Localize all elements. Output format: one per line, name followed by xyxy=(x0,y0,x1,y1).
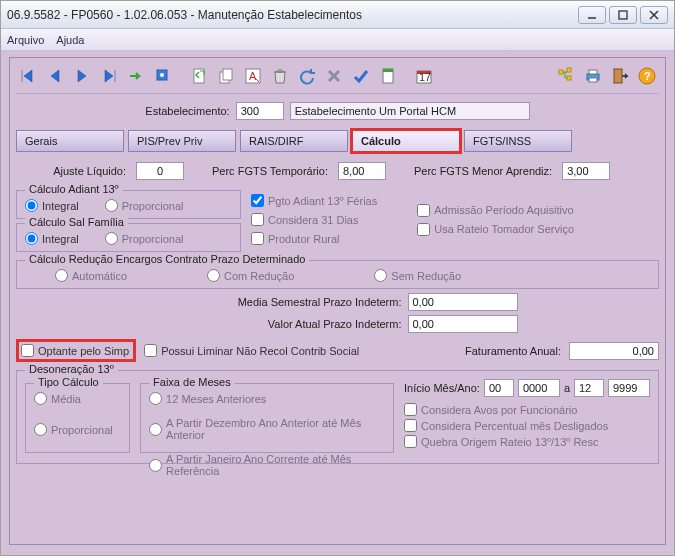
faixa-r2-radio[interactable]: A Partir Dezembro Ano Anterior até Mês A… xyxy=(149,417,385,441)
reducao-sem-radio[interactable]: Sem Redução xyxy=(374,269,461,282)
tab-rais[interactable]: RAIS/DIRF xyxy=(240,130,348,152)
menubar: Arquivo Ajuda xyxy=(1,29,674,51)
svg-rect-17 xyxy=(567,68,571,72)
check-pgto-adiant[interactable]: Pgto Adiant 13º Férias xyxy=(251,194,377,207)
faturamento-label: Faturamento Anual: xyxy=(465,345,561,357)
salfam-prop-radio[interactable]: Proporcional xyxy=(105,232,184,245)
valor-input[interactable] xyxy=(408,315,518,333)
inicio-row: Início Mês/Ano: a xyxy=(404,379,650,397)
media-input[interactable] xyxy=(408,293,518,311)
titlebar: 06.9.5582 - FP0560 - 1.02.06.053 - Manut… xyxy=(1,1,674,29)
simp-row: Optante pelo Simp Possui Liminar Não Rec… xyxy=(16,339,659,362)
svg-rect-22 xyxy=(614,69,622,83)
svg-point-5 xyxy=(160,73,164,77)
svg-rect-20 xyxy=(589,70,597,74)
print-icon[interactable] xyxy=(581,64,605,88)
first-record-icon[interactable] xyxy=(16,64,40,88)
undo-icon[interactable] xyxy=(295,64,319,88)
estab-label: Estabelecimento: xyxy=(145,105,229,117)
reducao-com-radio[interactable]: Com Redução xyxy=(207,269,294,282)
faturamento-input[interactable] xyxy=(569,342,659,360)
tab-pis[interactable]: PIS/Prev Priv xyxy=(128,130,236,152)
adiant-integral-radio[interactable]: Integral xyxy=(25,199,79,212)
svg-rect-1 xyxy=(619,11,627,19)
tree-icon[interactable] xyxy=(554,64,578,88)
toolbar: A 17 ? xyxy=(16,62,659,94)
faixa-r1-radio[interactable]: 12 Meses Anteriores xyxy=(149,392,385,405)
group-tipo-caption: Tipo Cálculo xyxy=(34,376,103,388)
salfam-integral-radio[interactable]: Integral xyxy=(25,232,79,245)
group-desoneracao: Desoneração 13º Tipo Cálculo Média Propo… xyxy=(16,370,659,464)
new-icon[interactable] xyxy=(187,64,211,88)
check-avos[interactable]: Considera Avos por Funcionário xyxy=(404,403,650,416)
cancel-icon[interactable] xyxy=(322,64,346,88)
delete-icon[interactable] xyxy=(268,64,292,88)
check-optante-simp[interactable]: Optante pelo Simp xyxy=(21,344,129,357)
client-area: A 17 ? Estabelecimento: Gerais xyxy=(1,51,674,555)
tab-calculo[interactable]: Cálculo xyxy=(352,130,460,152)
tab-fgts[interactable]: FGTS/INSS xyxy=(464,130,572,152)
edit-font-icon[interactable]: A xyxy=(241,64,265,88)
reducao-auto-radio[interactable]: Automático xyxy=(55,269,127,282)
menu-arquivo[interactable]: Arquivo xyxy=(7,34,44,46)
close-button[interactable] xyxy=(640,6,668,24)
calendar-icon[interactable]: 17 xyxy=(412,64,436,88)
search-icon[interactable] xyxy=(151,64,175,88)
faixa-r3-radio[interactable]: A Partir Janeiro Ano Corrente até Mês Re… xyxy=(149,453,385,477)
estab-code-input[interactable] xyxy=(236,102,284,120)
exit-icon[interactable] xyxy=(608,64,632,88)
group-adiant13: Cálculo Adiant 13º Integral Proporcional xyxy=(16,190,241,219)
inicio-m2-input[interactable] xyxy=(574,379,604,397)
svg-rect-18 xyxy=(567,76,571,80)
check-percentual[interactable]: Considera Percentual mês Desligados xyxy=(404,419,650,432)
svg-text:?: ? xyxy=(644,70,651,82)
ajuste-label: Ajuste Líquido: xyxy=(16,165,126,177)
inicio-a-label: a xyxy=(564,382,570,394)
perc-apr-input[interactable] xyxy=(562,162,610,180)
prev-record-icon[interactable] xyxy=(43,64,67,88)
media-label: Media Semestral Prazo Indeterm: xyxy=(238,296,402,308)
inicio-y1-input[interactable] xyxy=(518,379,560,397)
maximize-button[interactable] xyxy=(609,6,637,24)
group-reducao: Cálculo Redução Encargos Contrato Prazo … xyxy=(16,260,659,289)
tipo-prop-radio[interactable]: Proporcional xyxy=(34,423,113,436)
tipo-media-radio[interactable]: Média xyxy=(34,392,121,405)
inicio-y2-input[interactable] xyxy=(608,379,650,397)
group-salfam-caption: Cálculo Sal Família xyxy=(25,216,128,228)
confirm-icon[interactable] xyxy=(349,64,373,88)
last-record-icon[interactable] xyxy=(97,64,121,88)
group-desoneracao-caption: Desoneração 13º xyxy=(25,363,118,375)
check-rateio[interactable]: Usa Rateio Tomador Serviço xyxy=(417,223,574,236)
help-icon[interactable]: ? xyxy=(635,64,659,88)
center-fields: Media Semestral Prazo Indeterm: Valor At… xyxy=(158,293,518,333)
tab-gerais[interactable]: Gerais xyxy=(16,130,124,152)
next-record-icon[interactable] xyxy=(70,64,94,88)
check-quebra[interactable]: Quebra Origem Rateio 13º/13º Resc xyxy=(404,435,650,448)
estab-name-field xyxy=(290,102,530,120)
ajuste-input[interactable] xyxy=(136,162,184,180)
goto-icon[interactable] xyxy=(124,64,148,88)
group-faixa-caption: Faixa de Meses xyxy=(149,376,235,388)
inicio-m1-input[interactable] xyxy=(484,379,514,397)
group-adiant13-caption: Cálculo Adiant 13º xyxy=(25,183,123,195)
check-periodo[interactable]: Admissão Período Aquisitivo xyxy=(417,204,574,217)
svg-text:17: 17 xyxy=(419,71,431,83)
adiant-prop-radio[interactable]: Proporcional xyxy=(105,199,184,212)
menu-ajuda[interactable]: Ajuda xyxy=(56,34,84,46)
copy-icon[interactable] xyxy=(214,64,238,88)
group-salfam: Cálculo Sal Família Integral Proporciona… xyxy=(16,223,241,252)
check-rural[interactable]: Produtor Rural xyxy=(251,232,377,245)
valor-label: Valor Atual Prazo Indeterm: xyxy=(268,318,402,330)
group-faixa-meses: Faixa de Meses 12 Meses Anteriores A Par… xyxy=(140,383,394,453)
perc-temp-input[interactable] xyxy=(338,162,386,180)
window-title: 06.9.5582 - FP0560 - 1.02.06.053 - Manut… xyxy=(7,8,578,22)
inicio-label: Início Mês/Ano: xyxy=(404,382,480,394)
check-31dias[interactable]: Considera 31 Dias xyxy=(251,213,377,226)
check-liminar[interactable]: Possui Liminar Não Recol Contrib Social xyxy=(144,344,359,357)
tabs: Gerais PIS/Prev Priv RAIS/DIRF Cálculo F… xyxy=(16,130,659,152)
group-reducao-caption: Cálculo Redução Encargos Contrato Prazo … xyxy=(25,253,309,265)
app-window: 06.9.5582 - FP0560 - 1.02.06.053 - Manut… xyxy=(0,0,675,556)
document-icon[interactable] xyxy=(376,64,400,88)
svg-text:A: A xyxy=(249,70,257,82)
minimize-button[interactable] xyxy=(578,6,606,24)
